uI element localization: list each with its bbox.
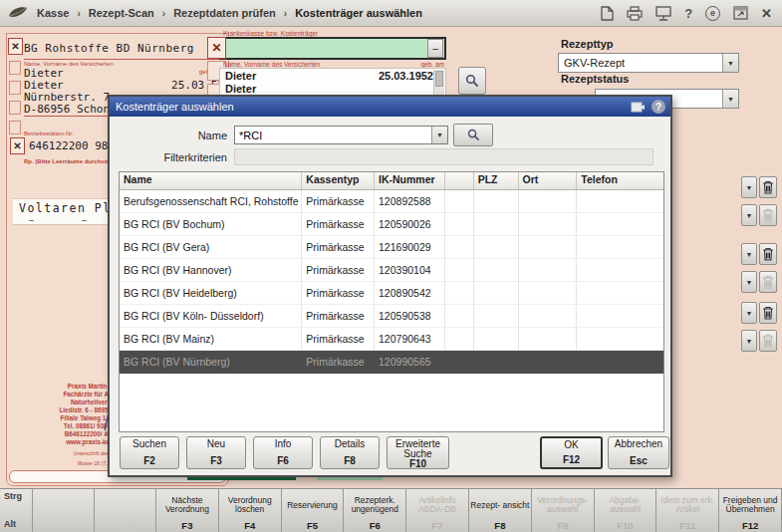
document-icon[interactable] <box>601 6 614 21</box>
item-dropdown-button[interactable]: ▼ <box>741 176 757 198</box>
filter-input[interactable] <box>234 148 653 165</box>
name-label: Name <box>110 130 234 141</box>
app-window: Kasse › Rezept-Scan › Rezeptdaten prüfen… <box>0 0 782 532</box>
fkey-idem-zum-erk-artikel: Idem zum erk. ArtikelF11 <box>656 489 719 532</box>
col-empty[interactable] <box>445 172 474 189</box>
search-icon <box>467 129 480 141</box>
filter-label: Filterkriterien <box>110 151 234 163</box>
field-underline-light-green <box>317 477 383 480</box>
print-icon[interactable] <box>627 6 643 21</box>
close-icon[interactable]: ✕ <box>761 6 772 21</box>
delete-insurer-button[interactable]: ✕ <box>207 37 226 59</box>
col-kassentyp[interactable]: Kassentyp <box>302 172 375 189</box>
table-row[interactable]: BG RCI (BV Köln- Düsseldorf)Primärkasse … <box>120 305 663 328</box>
field-underline-dark-green <box>187 477 296 480</box>
table-row[interactable]: Berufsgenossenschaft RCI, Rohstoffe und … <box>120 190 663 213</box>
app-window-icon[interactable] <box>733 6 748 20</box>
breadcrumb: Kasse › Rezept-Scan › Rezeptdaten prüfen… <box>37 7 422 19</box>
empty-fkey-cell <box>95 489 156 532</box>
insured-dob-label: geb. am <box>421 61 445 68</box>
patient-search-button[interactable] <box>458 67 486 95</box>
report-icon[interactable] <box>631 101 646 114</box>
dialog-title: Kostenträger auswählen <box>116 101 234 113</box>
details-button[interactable]: DetailsF8 <box>320 436 380 469</box>
top-bar: Kasse › Rezept-Scan › Rezeptdaten prüfen… <box>0 0 782 27</box>
name-combobox[interactable]: *RCI ▼ <box>234 126 448 144</box>
chevron-down-icon[interactable]: ▼ <box>722 54 738 72</box>
breadcrumb-item-kasse[interactable]: Kasse <box>37 7 69 19</box>
rx-dash: – <box>82 215 87 225</box>
trash-icon[interactable] <box>759 302 777 324</box>
col-plz[interactable]: PLZ <box>474 172 519 189</box>
table-row[interactable]: BG RCI (BV Mainz)Primärkasse 120790643 <box>120 328 663 351</box>
fkey-verordnung-loeschen[interactable]: Verordnung löschenF4 <box>219 489 282 532</box>
fkey-freigeben-und-uebernehmen[interactable]: Freigeben und ÜbernehmenF12 <box>719 489 782 532</box>
rx-checkbox <box>9 101 21 115</box>
monitor-icon[interactable] <box>655 6 671 21</box>
table-row[interactable]: BG RCI (BV Hannover)Primärkasse 12039010… <box>120 259 663 282</box>
insurer-field-label: Krankenkasse bzw. Kostenträger <box>223 30 318 37</box>
insurer-field[interactable]: – <box>219 37 446 60</box>
breadcrumb-separator: › <box>77 8 80 19</box>
suchen-button[interactable]: SuchenF2 <box>120 436 179 469</box>
rezeptstatus-label: Rezeptstatus <box>561 73 629 85</box>
table-row[interactable]: BG RCI (BV Bochum)Primärkasse 120590026 <box>120 213 663 236</box>
col-ik-nummer[interactable]: IK-Nummer <box>375 172 445 189</box>
ok-button[interactable]: OKF12 <box>540 436 603 469</box>
item-dropdown-button[interactable]: ▼ <box>741 271 757 293</box>
abbrechen-button[interactable]: AbbrechenEsc <box>608 436 669 469</box>
window-toolbar: ? e ✕ <box>601 6 772 21</box>
help-icon[interactable]: ? <box>684 6 692 21</box>
breadcrumb-item-rezeptdaten-pruefen[interactable]: Rezeptdaten prüfen <box>173 7 276 19</box>
rezepttyp-select[interactable]: GKV-Rezept ▼ <box>558 53 739 73</box>
rx-payer-name: BG Rohstoffe BD Nürnberg <box>24 42 224 60</box>
dialog-help-icon[interactable]: ? <box>652 100 665 114</box>
function-key-bar: Strg Alt Nächste VerordnungF3 Verordnung… <box>0 488 782 532</box>
fkey-artikelinfo-abda-db: Artikelinfo ABDA-DBF7 <box>406 489 469 532</box>
name-value: *RCI <box>239 130 262 141</box>
table-header[interactable]: Name Kassentyp IK-Nummer PLZ Ort Telefon <box>120 172 663 190</box>
table-row-selected[interactable]: BG RCI (BV Nürnberg)Primärkasse 12099056… <box>120 351 663 374</box>
neu-button[interactable]: NeuF3 <box>186 436 246 469</box>
fkey-verordnungs-auswahl: Verordnungs- auswahlF9 <box>532 489 595 532</box>
minus-button[interactable]: – <box>427 39 443 58</box>
chevron-down-icon[interactable]: ▼ <box>722 90 738 108</box>
chevron-down-icon[interactable]: ▼ <box>431 127 447 143</box>
fkey-rezept-ansicht[interactable]: Rezept- ansichtF8 <box>469 489 532 532</box>
rezepttyp-value: GKV-Rezept <box>564 57 625 69</box>
breadcrumb-item-kostentraeger-auswaehlen: Kostenträger auswählen <box>295 7 422 19</box>
fkey-abgabe-auswahl: Abgabe- auswahlF10 <box>595 489 657 532</box>
erweiterte-suche-button[interactable]: Erweiterte SucheF10 <box>387 436 449 469</box>
app-logo-icon <box>7 5 29 21</box>
fkey-rezepterk-ungenuegend[interactable]: Rezepterk. ungenügendF6 <box>344 489 406 532</box>
col-name[interactable]: Name <box>120 172 302 189</box>
search-icon <box>465 74 479 88</box>
fkey-reservierung[interactable]: ReservierungF5 <box>282 489 345 532</box>
fkey-naechste-verordnung[interactable]: Nächste VerordnungF3 <box>156 489 219 532</box>
rx-checkbox <box>9 121 21 134</box>
dialog-titlebar[interactable]: Kostenträger auswählen ? <box>110 97 670 117</box>
table-row[interactable]: BG RCI (BV Heidelberg)Primärkasse 120890… <box>120 282 663 305</box>
dialog-search-button[interactable] <box>453 124 493 146</box>
item-dropdown-button[interactable]: ▼ <box>741 330 757 352</box>
item-dropdown-button[interactable]: ▼ <box>741 243 757 265</box>
trash-icon[interactable] <box>759 176 777 198</box>
col-ort[interactable]: Ort <box>519 172 578 189</box>
rx-margin-checkboxes: ✕ <box>8 38 23 134</box>
trash-icon[interactable] <box>759 243 777 265</box>
table-row[interactable]: BG RCI (BV Gera)Primärkasse 121690029 <box>120 236 663 259</box>
kostentraeger-table: Name Kassentyp IK-Nummer PLZ Ort Telefon… <box>119 171 664 432</box>
info-button[interactable]: InfoF6 <box>253 436 313 469</box>
item-dropdown-button[interactable]: ▼ <box>741 204 757 226</box>
item-dropdown-button[interactable]: ▼ <box>741 302 757 324</box>
rx-checkbox-checked: ✕ <box>8 38 23 55</box>
e-symbol-icon[interactable]: e <box>705 6 720 21</box>
rx-office-number-label: Betriebsstätten-Nr. <box>24 131 74 136</box>
breadcrumb-separator: › <box>284 8 287 19</box>
trash-icon <box>759 330 777 352</box>
insured-name-label: Name, Vorname des Versicherten <box>223 61 320 68</box>
col-telefon[interactable]: Telefon <box>577 172 663 189</box>
alt-label: Alt <box>4 520 16 530</box>
breadcrumb-item-rezept-scan[interactable]: Rezept-Scan <box>89 7 154 19</box>
trash-icon <box>759 271 777 293</box>
